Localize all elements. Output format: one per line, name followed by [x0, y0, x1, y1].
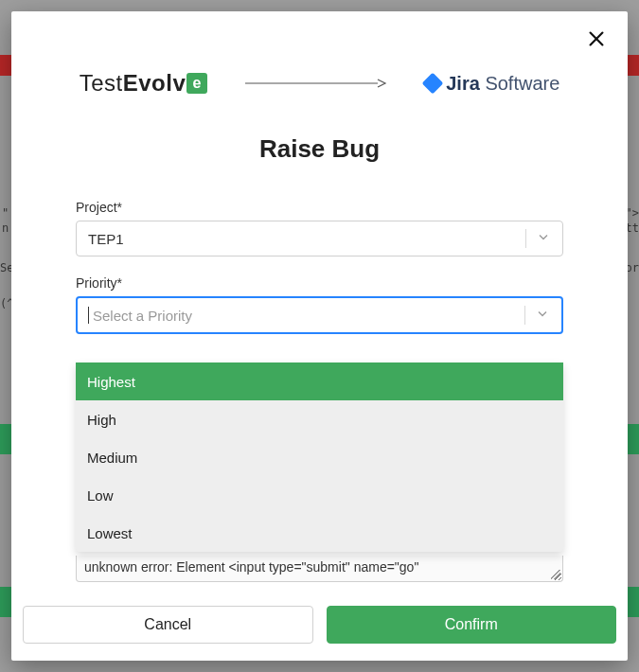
- bg-text: ": [2, 206, 9, 220]
- brand-prefix: Test: [80, 70, 123, 97]
- brand-badge: e: [186, 73, 207, 94]
- form-area: Project* TEP1 Priority* Select a Priorit…: [11, 200, 628, 606]
- confirm-button[interactable]: Confirm: [327, 606, 617, 644]
- close-button[interactable]: [586, 28, 607, 53]
- priority-dropdown: Highest High Medium Low Lowest: [76, 363, 563, 552]
- priority-option-high[interactable]: High: [76, 400, 563, 438]
- arrow-icon: [245, 78, 387, 89]
- raise-bug-modal: TestEvolve Jira Software Raise Bug Proje…: [11, 11, 628, 661]
- priority-label: Priority*: [76, 275, 563, 291]
- project-label: Project*: [76, 200, 563, 215]
- priority-select[interactable]: Select a Priority: [76, 296, 563, 334]
- text-caret: [88, 307, 89, 324]
- project-value: TEP1: [88, 231, 124, 247]
- jira-diamond-icon: [422, 73, 444, 95]
- logo-row: TestEvolve Jira Software: [11, 70, 628, 97]
- bg-text: n: [2, 221, 9, 235]
- description-text: unknown error: Element <input type="subm…: [84, 559, 418, 575]
- brand-bold: Evolv: [123, 70, 186, 97]
- modal-title: Raise Bug: [11, 134, 628, 164]
- priority-field: Priority* Select a Priority: [76, 275, 563, 334]
- jira-name: Jira: [446, 73, 480, 94]
- priority-option-lowest[interactable]: Lowest: [76, 514, 563, 552]
- priority-option-low[interactable]: Low: [76, 476, 563, 514]
- button-row: Cancel Confirm: [11, 606, 628, 661]
- jira-logo: Jira Software: [425, 73, 559, 95]
- priority-option-medium[interactable]: Medium: [76, 438, 563, 476]
- cancel-button[interactable]: Cancel: [23, 606, 313, 644]
- testevolve-logo: TestEvolve: [80, 70, 208, 97]
- jira-soft: Software: [480, 73, 559, 94]
- project-select[interactable]: TEP1: [76, 221, 563, 256]
- project-field: Project* TEP1: [76, 200, 563, 256]
- select-separator: [525, 229, 526, 248]
- priority-option-highest[interactable]: Highest: [76, 363, 563, 400]
- chevron-down-icon: [536, 230, 551, 248]
- close-icon: [586, 28, 607, 49]
- priority-placeholder: Select a Priority: [93, 308, 192, 324]
- select-separator: [524, 306, 525, 325]
- chevron-down-icon: [535, 307, 550, 325]
- description-textarea[interactable]: unknown error: Element <input type="subm…: [76, 556, 563, 582]
